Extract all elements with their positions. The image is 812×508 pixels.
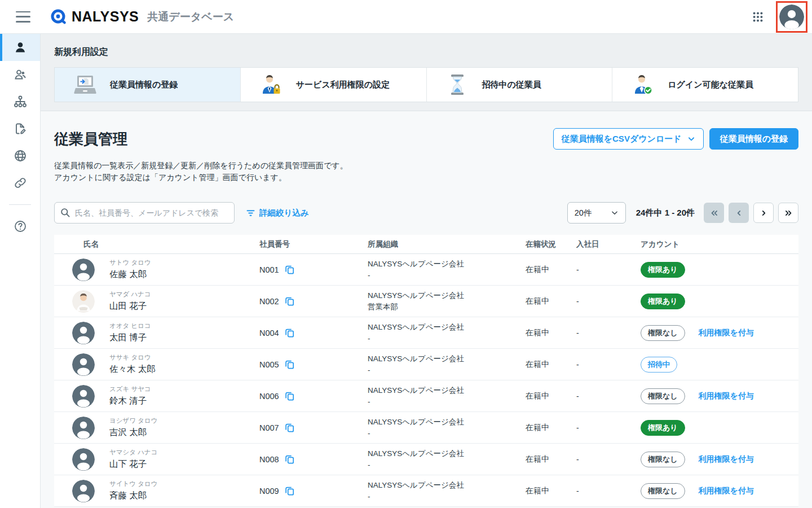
department-name: - xyxy=(368,333,526,344)
page-size-value: 20件 xyxy=(575,208,592,218)
tab-service-permission[interactable]: サービス利用権限の設定 xyxy=(241,68,427,102)
sidebar-item-employees[interactable] xyxy=(0,34,40,61)
table-row[interactable]: サトウ タロウ 佐藤 太郎 N001 NALYSYSヘルプページ会社 - 在籍中… xyxy=(54,254,798,286)
table-header-row: 氏名 社員番号 所属組織 在籍状況 入社日 アカウント xyxy=(54,235,798,254)
enrollment-status: 在籍中 xyxy=(526,391,576,401)
copy-icon[interactable] xyxy=(284,422,295,433)
department-name: - xyxy=(368,428,526,439)
highlight-box xyxy=(776,1,807,33)
copy-icon[interactable] xyxy=(284,485,295,496)
employee-name: 山田 花子 xyxy=(109,300,151,312)
copy-icon[interactable] xyxy=(284,264,295,275)
avatar xyxy=(72,322,95,344)
sidebar-item-global[interactable] xyxy=(0,142,40,169)
grant-permission-link[interactable]: 利用権限を付与 xyxy=(699,391,754,401)
employee-name: 太田 博子 xyxy=(109,332,151,344)
avatar xyxy=(72,353,95,376)
tab-label: 招待中の従業員 xyxy=(482,80,541,90)
join-date: - xyxy=(576,455,641,464)
sidebar-item-links[interactable] xyxy=(0,169,40,196)
organization-name: NALYSYSヘルプページ会社 xyxy=(368,259,526,270)
avatar xyxy=(72,480,95,502)
table-row[interactable]: ヨシザワ タロウ 吉沢 太郎 N007 NALYSYSヘルプページ会社 - 在籍… xyxy=(54,412,798,444)
copy-icon[interactable] xyxy=(284,327,295,338)
avatar xyxy=(72,385,95,408)
column-header-join-date: 入社日 xyxy=(576,239,641,249)
advanced-filter-link[interactable]: 詳細絞り込み xyxy=(246,208,309,218)
join-date: - xyxy=(576,297,641,306)
employee-id: N006 xyxy=(259,392,279,401)
column-header-status: 在籍状況 xyxy=(526,239,576,249)
grant-permission-link[interactable]: 利用権限を付与 xyxy=(699,486,754,496)
user-avatar-icon[interactable] xyxy=(779,5,804,29)
laptop-register-icon xyxy=(73,73,98,96)
grant-permission-link[interactable]: 利用権限を付与 xyxy=(699,454,754,465)
organization-name: NALYSYSヘルプページ会社 xyxy=(368,448,526,459)
enrollment-status: 在籍中 xyxy=(526,265,576,275)
enrollment-status: 在籍中 xyxy=(526,454,576,465)
search-icon xyxy=(60,207,70,218)
copy-icon[interactable] xyxy=(284,391,295,401)
table-row[interactable]: サイトウ タロウ 斉藤 太郎 N009 NALYSYSヘルプページ会社 - 在籍… xyxy=(54,475,798,507)
sidebar-item-records[interactable] xyxy=(0,115,40,142)
account-badge: 権限なし xyxy=(641,325,685,341)
apps-grid-icon[interactable] xyxy=(750,9,766,25)
employee-name: 吉沢 太郎 xyxy=(109,427,158,439)
employee-id: N009 xyxy=(259,487,279,496)
brand-logo-icon xyxy=(51,9,67,25)
copy-icon[interactable] xyxy=(284,296,295,306)
copy-icon[interactable] xyxy=(284,359,295,370)
prev-page-button[interactable] xyxy=(729,203,749,223)
join-date: - xyxy=(576,329,641,338)
table-row[interactable]: オオタ ヒロコ 太田 博子 N004 NALYSYSヘルプページ会社 - 在籍中… xyxy=(54,317,798,349)
table-row[interactable]: スズキ サヤコ 鈴木 清子 N006 NALYSYSヘルプページ会社 - 在籍中… xyxy=(54,380,798,412)
enrollment-status: 在籍中 xyxy=(526,360,576,370)
content-area: 新規利用設定 従業員情報の登録 xyxy=(41,34,812,508)
csv-download-button[interactable]: 従業員情報をCSVダウンロード xyxy=(553,128,704,150)
document-edit-icon xyxy=(14,122,27,135)
last-page-button[interactable] xyxy=(778,203,798,223)
sidebar-item-members[interactable] xyxy=(0,61,40,88)
table-row[interactable]: ヤマダ ハナコ 山田 花子 N002 NALYSYSヘルプページ会社 営業本部 … xyxy=(54,286,798,317)
department-name: - xyxy=(368,396,526,408)
page-description: 従業員情報の一覧表示／新規登録／更新／削除を行うための従業員管理画面です。 アカ… xyxy=(54,160,798,183)
tab-employee-registration[interactable]: 従業員情報の登録 xyxy=(55,68,241,102)
register-employee-button[interactable]: 従業員情報の登録 xyxy=(709,128,798,150)
table-row[interactable]: ササキ タロウ 佐々木 太郎 N005 NALYSYSヘルプページ会社 - 在籍… xyxy=(54,349,798,380)
organization-name: NALYSYSヘルプページ会社 xyxy=(368,417,526,428)
copy-icon[interactable] xyxy=(284,454,295,465)
employee-kana: サイトウ タロウ xyxy=(109,480,158,488)
sidebar-item-help[interactable] xyxy=(0,213,40,240)
employee-id: N008 xyxy=(259,455,279,464)
sidebar-item-organization[interactable] xyxy=(0,88,40,115)
avatar xyxy=(72,259,95,281)
organization-name: NALYSYSヘルプページ会社 xyxy=(368,322,526,333)
organization-name: NALYSYSヘルプページ会社 xyxy=(368,290,526,301)
account-badge: 招待中 xyxy=(641,357,677,373)
next-page-button[interactable] xyxy=(753,203,774,223)
description-line-2: アカウントに関する設定は「アカウント管理」画面で行います。 xyxy=(54,172,798,183)
hamburger-menu-icon[interactable] xyxy=(16,11,30,23)
table-row[interactable]: ヤマシタ ハナコ 山下 花子 N008 NALYSYSヘルプページ会社 - 在籍… xyxy=(54,444,798,475)
first-page-button[interactable] xyxy=(704,203,724,223)
brand-name: NALYSYS xyxy=(72,8,139,25)
top-header: NALYSYS 共通データベース xyxy=(0,0,812,34)
enrollment-status: 在籍中 xyxy=(526,423,576,433)
employee-id: N001 xyxy=(259,265,279,274)
grant-permission-link[interactable]: 利用権限を付与 xyxy=(699,328,754,338)
tab-invited-employees[interactable]: 招待中の従業員 xyxy=(427,68,613,102)
page-size-select[interactable]: 20件 xyxy=(567,202,626,224)
account-badge: 権限あり xyxy=(641,262,685,278)
tab-login-enabled-employees[interactable]: ログイン可能な従業員 xyxy=(612,68,798,102)
quick-setup-title: 新規利用設定 xyxy=(54,46,798,58)
employee-id: N004 xyxy=(259,329,279,338)
search-input[interactable] xyxy=(54,202,235,224)
link-icon xyxy=(14,176,27,190)
employee-kana: ヤマダ ハナコ xyxy=(109,290,151,299)
employee-kana: ササキ タロウ xyxy=(109,353,156,362)
tab-label: ログイン可能な従業員 xyxy=(668,80,753,90)
department-name: 営業本部 xyxy=(368,301,526,313)
employee-management-section: 従業員管理 従業員情報をCSVダウンロード 従業員情報の登録 従業員情報の一覧表… xyxy=(41,111,812,508)
account-badge: 権限あり xyxy=(641,294,685,309)
department-name: - xyxy=(368,270,526,281)
